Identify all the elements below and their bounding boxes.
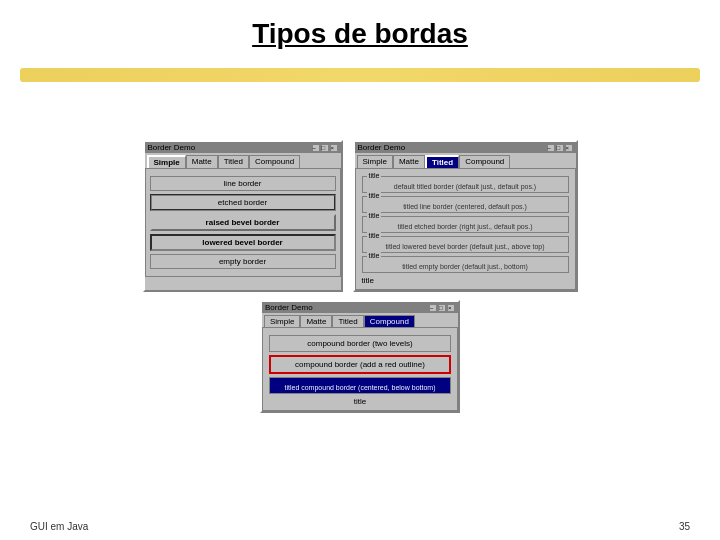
list-item: compound border (add a red outline) (269, 355, 451, 374)
close-icon[interactable]: × (447, 304, 455, 312)
minimize-icon[interactable]: − (547, 144, 555, 152)
list-item: title titled etched border (right just.,… (362, 216, 569, 233)
tabs-compound: Simple Matte Titled Compound (262, 313, 458, 327)
close-icon[interactable]: × (565, 144, 573, 152)
tab-content-simple: line border etched border raised bevel b… (145, 168, 341, 277)
list-item: empty border (150, 254, 336, 269)
title-bar-simple: Border Demo − □ × (145, 142, 341, 153)
tab-compound-compound[interactable]: Compound (364, 315, 415, 327)
list-item: compound border (two levels) (269, 335, 451, 352)
item-label: titled empty border (default just., bott… (367, 263, 564, 270)
item-title: title (367, 232, 382, 239)
tab-compound-matte[interactable]: Matte (300, 315, 332, 327)
title-bar-compound: Border Demo − □ × (262, 302, 458, 313)
item-label: titled line border (centered, default po… (367, 203, 564, 210)
list-item: raised bevel border (150, 214, 336, 231)
list-item: title titled empty border (default just.… (362, 256, 569, 273)
page-title: Tipos de bordas (0, 0, 720, 50)
minimize-icon[interactable]: − (312, 144, 320, 152)
list-item: title titled line border (centered, defa… (362, 196, 569, 213)
footer-page-number: 35 (679, 521, 690, 532)
item-label: default titled border (default just., de… (367, 183, 564, 190)
tab-simple-simple[interactable]: Simple (147, 155, 186, 168)
list-item: etched border (150, 194, 336, 211)
tab-content-compound: compound border (two levels) compound bo… (262, 327, 458, 411)
window-simple: Border Demo − □ × Simple Matte Titled Co… (143, 140, 343, 292)
screenshots-row: Border Demo − □ × Simple Matte Titled Co… (0, 140, 720, 292)
tab-simple-titled[interactable]: Titled (218, 155, 249, 168)
close-icon[interactable]: × (330, 144, 338, 152)
tab-compound-simple[interactable]: Simple (264, 315, 300, 327)
tab-titled-titled[interactable]: Titled (425, 155, 459, 168)
window-titled: Border Demo − □ × Simple Matte Titled Co… (353, 140, 578, 292)
tabs-simple: Simple Matte Titled Compound (145, 153, 341, 168)
tab-titled-matte[interactable]: Matte (393, 155, 425, 168)
tab-simple-matte[interactable]: Matte (186, 155, 218, 168)
item-label: titled lowered bevel border (default jus… (367, 243, 564, 250)
footer-label: GUI em Java (30, 521, 88, 532)
maximize-icon[interactable]: □ (556, 144, 564, 152)
list-item: line border (150, 176, 336, 191)
highlight-line (20, 68, 700, 82)
minimize-icon[interactable]: − (429, 304, 437, 312)
window-title-compound: Border Demo (265, 303, 313, 312)
compound-footer-title: title (267, 397, 453, 406)
list-item: lowered bevel border (150, 234, 336, 251)
list-item: titled compound border (centered, below … (269, 377, 451, 394)
item-title: title (367, 252, 382, 259)
item-label: titled etched border (right just., defau… (367, 223, 564, 230)
title-bar-titled: Border Demo − □ × (355, 142, 576, 153)
tab-titled-compound[interactable]: Compound (459, 155, 510, 168)
item-title: title (367, 172, 382, 179)
maximize-icon[interactable]: □ (321, 144, 329, 152)
window-title-simple: Border Demo (148, 143, 196, 152)
footer: GUI em Java 35 (0, 521, 720, 532)
tabs-titled: Simple Matte Titled Compound (355, 153, 576, 168)
window-controls-simple: − □ × (312, 144, 338, 152)
tab-titled-simple[interactable]: Simple (357, 155, 393, 168)
window-controls-compound: − □ × (429, 304, 455, 312)
item-title: title (367, 212, 382, 219)
item-title: title (367, 192, 382, 199)
maximize-icon[interactable]: □ (438, 304, 446, 312)
list-item: title titled lowered bevel border (defau… (362, 236, 569, 253)
extra-title: title (360, 276, 571, 285)
list-item: title default titled border (default jus… (362, 176, 569, 193)
window-compound: Border Demo − □ × Simple Matte Titled Co… (260, 300, 460, 413)
window-title-titled: Border Demo (358, 143, 406, 152)
tab-simple-compound[interactable]: Compound (249, 155, 300, 168)
tab-content-titled: title default titled border (default jus… (355, 168, 576, 290)
bottom-row: Border Demo − □ × Simple Matte Titled Co… (0, 300, 720, 413)
window-controls-titled: − □ × (547, 144, 573, 152)
tab-compound-titled[interactable]: Titled (332, 315, 363, 327)
